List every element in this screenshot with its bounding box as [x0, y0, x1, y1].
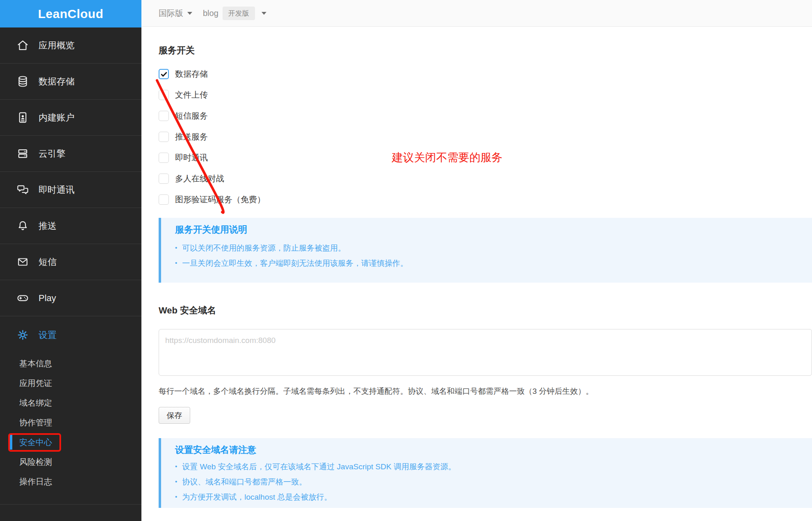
note-bullet: 设置 Web 安全域名后，仅可在该域名下通过 JavaScript SDK 调用…	[175, 459, 812, 475]
sidebar-item-label: 云引擎	[39, 148, 66, 160]
domain-help-text: 每行一个域名，多个域名换行分隔。子域名需每条列出，不支持通配符。协议、域名和端口…	[159, 386, 594, 397]
active-indicator-bar	[10, 435, 12, 450]
domain-note-title: 设置安全域名请注意	[175, 444, 812, 456]
sidebar-item-label: 即时通讯	[39, 184, 75, 196]
sidebar-item-sms[interactable]: 短信	[0, 244, 141, 280]
leancloud-logo: LeanCloud	[0, 0, 141, 27]
subitem-basic-info[interactable]: 基本信息	[0, 354, 141, 373]
domain-note-bullets: 设置 Web 安全域名后，仅可在该域名下通过 JavaScript SDK 调用…	[175, 459, 812, 505]
sidebar-item-builtin-account[interactable]: 内建账户	[0, 100, 141, 136]
service-row-file-upload[interactable]: 文件上传	[159, 85, 265, 105]
subitem-operation-log[interactable]: 操作日志	[0, 472, 141, 491]
region-label: 国际版	[159, 8, 183, 19]
sidebar-item-label: 内建账户	[39, 112, 75, 124]
sidebar-item-instant-messaging[interactable]: 即时通讯	[0, 172, 141, 208]
sidebar-item-label: 设置	[39, 329, 57, 341]
plan-badge: 开发版	[223, 7, 255, 20]
sidebar-item-label: 数据存储	[39, 75, 75, 88]
leancloud-dashboard: LeanCloud 应用概览 数据存储 内建账户 云引擎 即时通讯 推送	[0, 0, 812, 521]
home-icon	[16, 39, 29, 52]
app-name: blog	[203, 9, 218, 18]
bell-icon	[16, 219, 29, 232]
gear-icon	[16, 329, 29, 341]
chat-icon	[16, 183, 29, 196]
mail-icon	[16, 256, 29, 268]
service-row-im[interactable]: 即时通讯	[159, 147, 265, 168]
secure-domain-input[interactable]	[159, 329, 812, 376]
service-row-multiplayer[interactable]: 多人在线对战	[159, 168, 265, 189]
service-row-push[interactable]: 推送服务	[159, 126, 265, 147]
service-note-bullets: 可以关闭不使用的服务资源，防止服务被盗用。 一旦关闭会立即生效，客户端即刻无法使…	[175, 241, 812, 271]
settings-submenu: 基本信息 应用凭证 域名绑定 协作管理 安全中心 风险检测 操作日志	[0, 354, 141, 491]
id-card-icon	[16, 111, 29, 124]
topbar: 国际版 blog 开发版	[141, 0, 812, 27]
sidebar-item-label: Play	[39, 293, 56, 304]
chevron-down-icon	[187, 12, 192, 15]
note-bullet: 为方便开发调试，localhost 总是会被放行。	[175, 490, 812, 505]
region-dropdown[interactable]: 国际版	[159, 8, 192, 19]
service-row-data-storage[interactable]: 数据存储	[159, 64, 265, 85]
subitem-app-credentials[interactable]: 应用凭证	[0, 373, 141, 393]
sidebar-item-app-overview[interactable]: 应用概览	[0, 27, 141, 64]
services-heading: 服务开关	[159, 44, 195, 57]
sidebar: LeanCloud 应用概览 数据存储 内建账户 云引擎 即时通讯 推送	[0, 0, 141, 521]
app-switcher[interactable]: blog 开发版	[203, 7, 266, 20]
sidebar-item-cloud-engine[interactable]: 云引擎	[0, 136, 141, 172]
gamepad-icon	[16, 292, 29, 304]
sidebar-item-label: 短信	[39, 256, 57, 268]
service-note-title: 服务开关使用说明	[175, 224, 812, 236]
save-button[interactable]: 保存	[159, 407, 190, 424]
annotation-red-text: 建议关闭不需要的服务	[392, 150, 503, 165]
subitem-risk-detection[interactable]: 风险检测	[0, 452, 141, 472]
domain-heading: Web 安全域名	[159, 304, 216, 317]
sidebar-item-play[interactable]: Play	[0, 280, 141, 316]
checkbox-unchecked[interactable]	[159, 153, 169, 163]
service-note-box: 服务开关使用说明 可以关闭不使用的服务资源，防止服务被盗用。 一旦关闭会立即生效…	[159, 218, 812, 283]
checkbox-unchecked[interactable]	[159, 132, 169, 142]
note-bullet: 协议、域名和端口号都需严格一致。	[175, 475, 812, 490]
main-content: 服务开关 数据存储 文件上传 短信服务 推送服务 即时通讯	[141, 27, 812, 521]
checkbox-unchecked[interactable]	[159, 174, 169, 184]
sidebar-item-label: 推送	[39, 220, 57, 232]
checkbox-unchecked[interactable]	[159, 194, 169, 205]
sidebar-item-push[interactable]: 推送	[0, 208, 141, 244]
server-icon	[16, 147, 29, 160]
chevron-down-icon	[262, 12, 266, 15]
checkbox-unchecked[interactable]	[159, 90, 169, 100]
checkbox-unchecked[interactable]	[159, 111, 169, 121]
subitem-collaboration[interactable]: 协作管理	[0, 413, 141, 432]
service-switch-list: 数据存储 文件上传 短信服务 推送服务 即时通讯 多人在线对战	[159, 64, 265, 210]
service-row-captcha[interactable]: 图形验证码服务（免费）	[159, 189, 265, 210]
sidebar-item-data-storage[interactable]: 数据存储	[0, 64, 141, 100]
subitem-domain-binding[interactable]: 域名绑定	[0, 393, 141, 413]
sidebar-footer-divider	[0, 504, 141, 521]
checkbox-checked[interactable]	[159, 69, 169, 79]
note-bullet: 可以关闭不使用的服务资源，防止服务被盗用。	[175, 241, 812, 256]
domain-note-box: 设置安全域名请注意 设置 Web 安全域名后，仅可在该域名下通过 JavaScr…	[159, 438, 812, 508]
database-icon	[16, 75, 29, 88]
service-row-sms[interactable]: 短信服务	[159, 105, 265, 126]
subitem-security-center[interactable]: 安全中心	[0, 432, 141, 452]
note-bullet: 一旦关闭会立即生效，客户端即刻无法使用该服务，请谨慎操作。	[175, 256, 812, 271]
sidebar-item-settings[interactable]: 设置	[0, 316, 141, 354]
sidebar-item-label: 应用概览	[39, 39, 75, 52]
